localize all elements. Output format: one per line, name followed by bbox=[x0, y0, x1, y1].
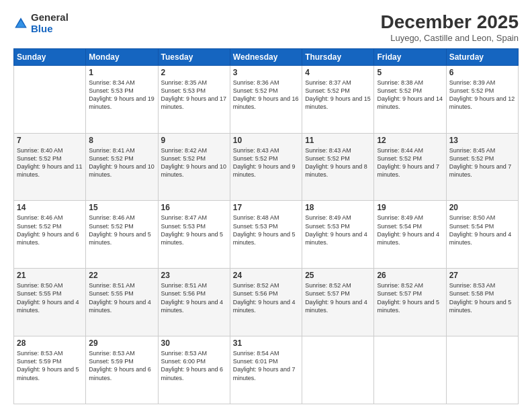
cell-sunset: Sunset: 5:54 PM bbox=[449, 223, 494, 230]
cell-sunset: Sunset: 5:53 PM bbox=[233, 223, 278, 230]
cell-daylight: Daylight: 9 hours and 6 minutes. bbox=[89, 366, 151, 381]
month-title: December 2025 bbox=[381, 12, 519, 33]
table-row: 20 Sunrise: 8:50 AM Sunset: 5:54 PM Dayl… bbox=[446, 201, 518, 269]
cell-daylight: Daylight: 9 hours and 19 minutes. bbox=[89, 95, 154, 110]
cell-daylight: Daylight: 9 hours and 5 minutes. bbox=[449, 299, 512, 314]
cell-sunrise: Sunrise: 8:53 AM bbox=[449, 282, 496, 289]
table-row: 21 Sunrise: 8:50 AM Sunset: 5:55 PM Dayl… bbox=[14, 269, 86, 336]
page: General Blue December 2025 Luyego, Casti… bbox=[0, 0, 532, 411]
cell-sunset: Sunset: 5:57 PM bbox=[377, 290, 422, 297]
cell-daylight: Daylight: 9 hours and 16 minutes. bbox=[233, 95, 299, 110]
cell-sunrise: Sunrise: 8:34 AM bbox=[89, 79, 135, 86]
cell-sunset: Sunset: 5:55 PM bbox=[89, 290, 134, 297]
cell-sunrise: Sunrise: 8:43 AM bbox=[305, 147, 351, 154]
table-row: 29 Sunrise: 8:53 AM Sunset: 5:59 PM Dayl… bbox=[86, 336, 158, 404]
day-number: 2 bbox=[161, 68, 227, 77]
logo-icon bbox=[13, 16, 28, 31]
cell-sunrise: Sunrise: 8:39 AM bbox=[449, 79, 496, 86]
cell-daylight: Daylight: 9 hours and 6 minutes. bbox=[161, 366, 224, 381]
day-number: 27 bbox=[449, 271, 515, 280]
table-row: 15 Sunrise: 8:46 AM Sunset: 5:52 PM Dayl… bbox=[86, 201, 158, 269]
cell-daylight: Daylight: 9 hours and 4 minutes. bbox=[17, 299, 79, 314]
cell-daylight: Daylight: 9 hours and 7 minutes. bbox=[377, 163, 439, 178]
day-number: 3 bbox=[233, 68, 299, 77]
location: Luyego, Castille and Leon, Spain bbox=[381, 33, 519, 43]
cell-daylight: Daylight: 9 hours and 5 minutes. bbox=[17, 366, 79, 381]
cell-daylight: Daylight: 9 hours and 4 minutes. bbox=[449, 231, 512, 246]
cell-sunrise: Sunrise: 8:37 AM bbox=[305, 79, 351, 86]
day-number: 1 bbox=[89, 68, 154, 77]
cell-sunrise: Sunrise: 8:40 AM bbox=[17, 147, 63, 154]
calendar-week-row: 14 Sunrise: 8:46 AM Sunset: 5:52 PM Dayl… bbox=[14, 201, 519, 269]
cell-sunset: Sunset: 5:52 PM bbox=[449, 155, 494, 162]
cell-sunrise: Sunrise: 8:44 AM bbox=[377, 147, 423, 154]
table-row: 16 Sunrise: 8:47 AM Sunset: 5:53 PM Dayl… bbox=[158, 201, 230, 269]
cell-daylight: Daylight: 9 hours and 4 minutes. bbox=[305, 231, 367, 246]
cell-sunrise: Sunrise: 8:52 AM bbox=[233, 282, 279, 289]
logo-general: General bbox=[31, 11, 69, 23]
table-row: 14 Sunrise: 8:46 AM Sunset: 5:52 PM Dayl… bbox=[14, 201, 86, 269]
title-block: December 2025 Luyego, Castille and Leon,… bbox=[381, 12, 519, 43]
table-row: 25 Sunrise: 8:52 AM Sunset: 5:57 PM Dayl… bbox=[302, 269, 374, 336]
cell-sunset: Sunset: 6:01 PM bbox=[233, 358, 278, 365]
table-row: 17 Sunrise: 8:48 AM Sunset: 5:53 PM Dayl… bbox=[230, 201, 302, 269]
cell-sunrise: Sunrise: 8:50 AM bbox=[17, 282, 63, 289]
col-tuesday: Tuesday bbox=[158, 48, 230, 65]
day-number: 10 bbox=[233, 136, 299, 145]
day-number: 25 bbox=[305, 271, 371, 280]
day-number: 17 bbox=[233, 203, 299, 212]
cell-daylight: Daylight: 9 hours and 5 minutes. bbox=[89, 231, 151, 246]
cell-daylight: Daylight: 9 hours and 5 minutes. bbox=[377, 299, 439, 314]
table-row: 27 Sunrise: 8:53 AM Sunset: 5:58 PM Dayl… bbox=[446, 269, 518, 336]
col-saturday: Saturday bbox=[446, 48, 518, 65]
cell-sunrise: Sunrise: 8:42 AM bbox=[161, 147, 208, 154]
day-number: 6 bbox=[449, 68, 515, 77]
table-row bbox=[374, 336, 446, 404]
cell-sunset: Sunset: 5:52 PM bbox=[233, 87, 278, 94]
day-number: 24 bbox=[233, 271, 299, 280]
day-number: 30 bbox=[161, 338, 227, 348]
cell-sunset: Sunset: 5:52 PM bbox=[305, 155, 350, 162]
cell-sunrise: Sunrise: 8:51 AM bbox=[161, 282, 208, 289]
col-monday: Monday bbox=[86, 48, 158, 65]
day-number: 8 bbox=[89, 136, 154, 145]
cell-daylight: Daylight: 9 hours and 7 minutes. bbox=[449, 163, 512, 178]
table-row: 1 Sunrise: 8:34 AM Sunset: 5:53 PM Dayli… bbox=[86, 65, 158, 133]
cell-daylight: Daylight: 9 hours and 5 minutes. bbox=[233, 231, 296, 246]
day-number: 5 bbox=[377, 68, 443, 77]
col-thursday: Thursday bbox=[302, 48, 374, 65]
cell-sunrise: Sunrise: 8:43 AM bbox=[233, 147, 279, 154]
cell-daylight: Daylight: 9 hours and 11 minutes. bbox=[17, 163, 83, 178]
cell-sunrise: Sunrise: 8:35 AM bbox=[161, 79, 208, 86]
calendar-week-row: 28 Sunrise: 8:53 AM Sunset: 5:59 PM Dayl… bbox=[14, 336, 519, 404]
table-row bbox=[302, 336, 374, 404]
cell-daylight: Daylight: 9 hours and 7 minutes. bbox=[233, 366, 296, 381]
cell-sunset: Sunset: 5:56 PM bbox=[161, 290, 206, 297]
day-number: 11 bbox=[305, 136, 371, 145]
calendar-header-row: Sunday Monday Tuesday Wednesday Thursday… bbox=[14, 48, 519, 65]
logo: General Blue bbox=[13, 12, 69, 34]
table-row: 12 Sunrise: 8:44 AM Sunset: 5:52 PM Dayl… bbox=[374, 133, 446, 201]
table-row: 5 Sunrise: 8:38 AM Sunset: 5:52 PM Dayli… bbox=[374, 65, 446, 133]
table-row: 30 Sunrise: 8:53 AM Sunset: 6:00 PM Dayl… bbox=[158, 336, 230, 404]
table-row: 13 Sunrise: 8:45 AM Sunset: 5:52 PM Dayl… bbox=[446, 133, 518, 201]
cell-sunset: Sunset: 5:56 PM bbox=[233, 290, 278, 297]
day-number: 31 bbox=[233, 338, 299, 348]
cell-sunset: Sunset: 5:59 PM bbox=[17, 358, 62, 365]
table-row: 6 Sunrise: 8:39 AM Sunset: 5:52 PM Dayli… bbox=[446, 65, 518, 133]
table-row: 8 Sunrise: 8:41 AM Sunset: 5:52 PM Dayli… bbox=[86, 133, 158, 201]
day-number: 7 bbox=[17, 136, 83, 145]
table-row bbox=[14, 65, 86, 133]
cell-daylight: Daylight: 9 hours and 4 minutes. bbox=[377, 231, 439, 246]
day-number: 29 bbox=[89, 338, 154, 348]
cell-sunset: Sunset: 5:53 PM bbox=[305, 223, 350, 230]
day-number: 14 bbox=[17, 203, 83, 212]
cell-sunrise: Sunrise: 8:51 AM bbox=[89, 282, 135, 289]
table-row: 2 Sunrise: 8:35 AM Sunset: 5:53 PM Dayli… bbox=[158, 65, 230, 133]
cell-sunrise: Sunrise: 8:53 AM bbox=[17, 350, 63, 357]
cell-sunrise: Sunrise: 8:46 AM bbox=[89, 214, 135, 221]
cell-sunrise: Sunrise: 8:38 AM bbox=[377, 79, 423, 86]
cell-daylight: Daylight: 9 hours and 17 minutes. bbox=[161, 95, 227, 110]
day-number: 12 bbox=[377, 136, 443, 145]
cell-sunrise: Sunrise: 8:41 AM bbox=[89, 147, 135, 154]
